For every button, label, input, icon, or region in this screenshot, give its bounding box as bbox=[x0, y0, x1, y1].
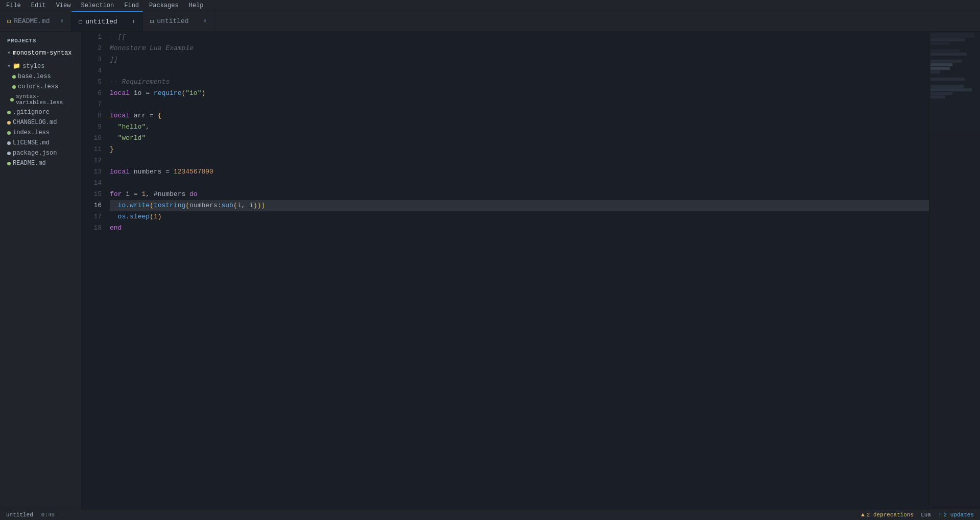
line-num-12: 12 bbox=[90, 155, 102, 166]
file-icon: ◻ bbox=[7, 17, 11, 25]
sidebar-header: Projects bbox=[0, 32, 81, 47]
sidebar-item-gitignore[interactable]: .gitignore bbox=[0, 107, 81, 117]
sidebar-item-readme[interactable]: README.md bbox=[0, 158, 81, 168]
sidebar-item-base-less[interactable]: base.less bbox=[0, 71, 81, 82]
code-editor[interactable]: 1 2 3 4 5 6 7 8 9 10 11 12 13 14 15 16 1… bbox=[82, 32, 929, 509]
menu-packages[interactable]: Packages bbox=[147, 2, 181, 9]
code-line-14 bbox=[110, 178, 929, 189]
tab-untitled1[interactable]: ◻ untitled ⬆ bbox=[71, 11, 143, 31]
line-num-13: 13 bbox=[90, 166, 102, 178]
code-line-11: } bbox=[110, 144, 929, 155]
line-num-2: 2 bbox=[90, 43, 102, 54]
dot-index-less bbox=[7, 131, 11, 135]
tabbar: ◻ README.md ⬆ ◻ untitled ⬆ ◻ untitled ⬆ bbox=[0, 11, 980, 32]
status-warnings-text: 2 deprecations bbox=[867, 512, 914, 518]
minimap bbox=[929, 32, 980, 509]
sidebar-item-colors-less[interactable]: colors.less bbox=[0, 82, 81, 92]
dot-gitignore bbox=[7, 111, 11, 114]
menubar: File Edit View Selection Find Packages H… bbox=[0, 0, 980, 11]
line-num-7: 7 bbox=[90, 99, 102, 110]
line-num-16: 16 bbox=[90, 200, 102, 211]
code-line-7 bbox=[110, 99, 929, 110]
file-base-less-label: base.less bbox=[18, 73, 51, 80]
folder-icon-styles: 📁 bbox=[13, 62, 20, 70]
dot-changelog bbox=[7, 121, 11, 125]
sidebar-item-license[interactable]: LICENSE.md bbox=[0, 138, 81, 148]
file-syntax-vars-label: syntax-variables.less bbox=[16, 93, 69, 106]
chevron-down-icon-styles: ▾ bbox=[7, 62, 11, 70]
code-line-3: ]] bbox=[110, 54, 929, 65]
sidebar-item-syntax-vars[interactable]: syntax-variables.less bbox=[0, 92, 81, 107]
file-gitignore-label: .gitignore bbox=[13, 109, 50, 116]
sidebar-project[interactable]: ▾ monostorm-syntax bbox=[0, 47, 81, 61]
file-license-label: LICENSE.md bbox=[13, 139, 50, 146]
cloud-icon: ⬆ bbox=[60, 17, 64, 25]
menu-find[interactable]: Find bbox=[122, 2, 141, 9]
line-num-4: 4 bbox=[90, 65, 102, 77]
code-line-12 bbox=[110, 155, 929, 166]
code-line-10: "world" bbox=[110, 133, 929, 144]
code-line-2: Monostorm Lua Example bbox=[110, 43, 929, 54]
menu-help[interactable]: Help bbox=[187, 2, 206, 9]
menu-file[interactable]: File bbox=[4, 2, 23, 9]
tab-untitled1-label: untitled bbox=[85, 18, 117, 26]
tab-untitled2-label: untitled bbox=[157, 17, 188, 25]
status-updates[interactable]: ↑ 2 updates bbox=[938, 512, 974, 518]
line-num-9: 9 bbox=[90, 121, 102, 133]
main: Projects ▾ monostorm-syntax ▾ 📁 styles b… bbox=[0, 32, 980, 509]
cloud-icon-3: ⬆ bbox=[203, 17, 207, 25]
line-num-5: 5 bbox=[90, 77, 102, 88]
line-num-14: 14 bbox=[90, 178, 102, 189]
menu-view[interactable]: View bbox=[54, 2, 73, 9]
warning-icon: ▲ bbox=[861, 512, 865, 518]
line-num-6: 6 bbox=[90, 88, 102, 99]
file-readme-label: README.md bbox=[13, 160, 46, 167]
sidebar-item-index-less[interactable]: index.less bbox=[0, 128, 81, 138]
menu-selection[interactable]: Selection bbox=[79, 2, 116, 9]
file-colors-less-label: colors.less bbox=[18, 83, 58, 90]
line-num-18: 18 bbox=[90, 222, 102, 234]
code-line-5: -- Requirements bbox=[110, 77, 929, 88]
sidebar: Projects ▾ monostorm-syntax ▾ 📁 styles b… bbox=[0, 32, 82, 509]
code-line-16: io.write(tostring(numbers:sub(i, i))) bbox=[110, 200, 929, 211]
file-index-less-label: index.less bbox=[13, 129, 50, 136]
sidebar-project-label: monostorm-syntax bbox=[13, 49, 71, 57]
dot-package-json bbox=[7, 152, 11, 155]
line-numbers: 1 2 3 4 5 6 7 8 9 10 11 12 13 14 15 16 1… bbox=[82, 32, 110, 509]
line-num-3: 3 bbox=[90, 54, 102, 65]
sidebar-item-changelog[interactable]: CHANGELOG.md bbox=[0, 117, 81, 128]
code-line-4 bbox=[110, 65, 929, 77]
cloud-icon-2: ⬆ bbox=[132, 18, 135, 26]
updates-icon: ↑ bbox=[938, 512, 942, 518]
statusbar: untitled 0:46 ▲ 2 deprecations Lua ↑ 2 u… bbox=[0, 509, 980, 520]
code-line-13: local numbers = 1234567890 bbox=[110, 166, 929, 178]
dot-readme bbox=[7, 162, 11, 165]
folder-styles-label: styles bbox=[22, 63, 44, 70]
code-line-9: "hello", bbox=[110, 121, 929, 133]
dot-syntax-vars bbox=[10, 98, 14, 102]
chevron-down-icon: ▾ bbox=[7, 49, 11, 57]
code-content[interactable]: --[[ Monostorm Lua Example ]] -- Require… bbox=[110, 32, 929, 509]
line-num-11: 11 bbox=[90, 144, 102, 155]
status-updates-text: 2 updates bbox=[944, 512, 974, 518]
dot-colors-less bbox=[12, 85, 16, 89]
code-line-1: --[[ bbox=[110, 32, 929, 43]
code-line-17: os.sleep(1) bbox=[110, 211, 929, 222]
code-line-6: local io = require("io") bbox=[110, 88, 929, 99]
status-language[interactable]: Lua bbox=[921, 512, 931, 518]
line-num-8: 8 bbox=[90, 110, 102, 121]
line-num-10: 10 bbox=[90, 133, 102, 144]
file-icon-2: ◻ bbox=[79, 18, 82, 26]
tab-readme-label: README.md bbox=[14, 17, 50, 25]
sidebar-item-styles[interactable]: ▾ 📁 styles bbox=[0, 61, 81, 71]
status-position: 0:46 bbox=[41, 512, 55, 518]
file-changelog-label: CHANGELOG.md bbox=[13, 119, 57, 126]
menu-edit[interactable]: Edit bbox=[29, 2, 48, 9]
dot-base-less bbox=[12, 75, 16, 79]
status-warnings[interactable]: ▲ 2 deprecations bbox=[861, 512, 914, 518]
code-line-18: end bbox=[110, 222, 929, 234]
file-package-json-label: package.json bbox=[13, 150, 57, 157]
tab-readme[interactable]: ◻ README.md ⬆ bbox=[0, 11, 71, 31]
tab-untitled2[interactable]: ◻ untitled ⬆ bbox=[143, 11, 214, 31]
sidebar-item-package-json[interactable]: package.json bbox=[0, 148, 81, 158]
